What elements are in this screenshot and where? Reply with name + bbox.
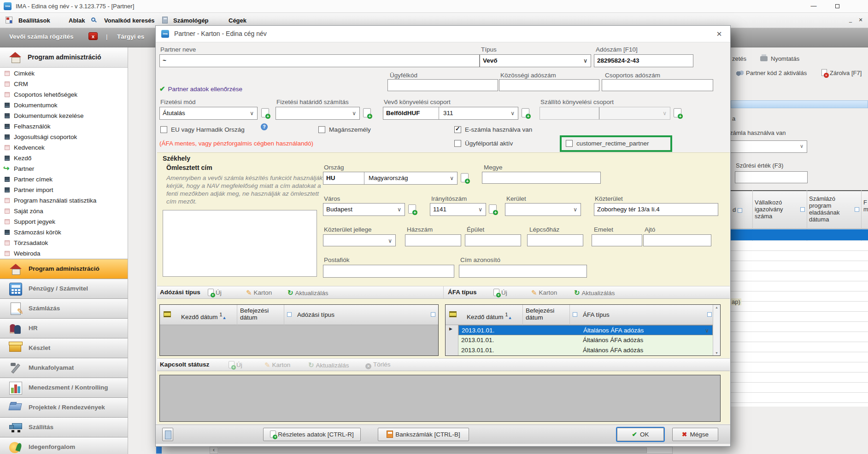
module-keszlet[interactable]: Készlet <box>0 338 128 358</box>
bulk-address-textarea[interactable] <box>163 210 317 277</box>
country-select[interactable]: HU Magyarország <box>323 172 457 185</box>
rectime-checkbox[interactable] <box>566 140 573 147</box>
mdi-minimize-icon[interactable]: _ <box>847 17 854 23</box>
sidebar-item-dok-kezelese[interactable]: Dokumentumok kezelése <box>0 111 128 121</box>
calculator-footer-button[interactable] <box>162 428 173 441</box>
menu-barcode-search[interactable]: Vonalkód keresés <box>102 16 157 25</box>
help-icon[interactable]: ? <box>261 123 268 130</box>
customer-ledger-select[interactable]: BelföldHUF 311 <box>383 107 518 120</box>
county-input[interactable] <box>482 172 601 184</box>
city-select[interactable]: Budapest <box>323 203 405 216</box>
floor-input[interactable] <box>592 234 642 246</box>
mdi-close-icon[interactable]: ✕ <box>857 17 864 23</box>
column-checkbox-icon[interactable] <box>287 312 292 317</box>
minimize-button[interactable]: — <box>810 3 817 9</box>
bg-col-truncated[interactable]: d <box>733 206 742 213</box>
verify-partner-link[interactable]: Partner adatok ellenőrzése <box>159 85 242 93</box>
tax-col-type[interactable]: Adózási típus <box>294 305 427 325</box>
district-select[interactable] <box>505 203 581 216</box>
bg-partner-code2-button[interactable]: Partner kód 2 aktiválás <box>746 70 807 76</box>
staircase-input[interactable] <box>527 234 583 246</box>
module-szamlazas[interactable]: Számlázás <box>0 298 128 318</box>
tab-targyi[interactable]: Tárgyi es <box>117 33 144 40</box>
menu-window[interactable]: Ablak <box>67 16 87 25</box>
vat-new-button[interactable]: Új <box>493 289 507 296</box>
add-zip-icon[interactable] <box>489 204 497 214</box>
sidebar-item-cimkek[interactable]: Cimkék <box>0 68 128 79</box>
group-tax-input[interactable] <box>602 79 713 91</box>
scroll-left-icon[interactable]: ‹ <box>210 447 218 454</box>
tax-new-button[interactable]: Új <box>208 289 222 296</box>
grid-options-icon[interactable] <box>449 311 457 317</box>
bg-locked-button[interactable]: Zárolva [F7] <box>830 70 862 76</box>
vat-row-2[interactable]: 2013.01.01. Általános ÁFA adózás <box>458 335 713 345</box>
linked-refresh-button[interactable]: ↻Aktualizálás <box>308 361 349 369</box>
sidebar-item-crm[interactable]: CRM <box>0 79 128 89</box>
sidebar-item-statisztika[interactable]: Program használati statisztika <box>0 195 128 206</box>
column-checkbox-icon[interactable] <box>855 207 859 212</box>
sidebar-item-csoportos[interactable]: Csoportos lehetőségek <box>0 89 128 100</box>
app-grid-icon[interactable] <box>6 17 12 23</box>
sidebar-item-felhasznalok[interactable]: Felhasználók <box>0 121 128 132</box>
menu-calculator[interactable]: Számológép <box>171 16 211 25</box>
cancel-button[interactable]: ✖Mégse <box>672 428 718 441</box>
add-payment-deadline-icon[interactable] <box>363 108 371 117</box>
type-select[interactable]: Vevő <box>480 54 591 67</box>
sidebar-item-webiroda[interactable]: Webiroda <box>0 248 128 259</box>
vat-col-type[interactable]: ÁFA típus <box>580 305 704 325</box>
tax-card-button[interactable]: ✎Karton <box>246 289 272 297</box>
column-checkbox-icon[interactable] <box>738 208 742 213</box>
menu-settings[interactable]: Beállítások <box>17 16 52 25</box>
sidebar-item-sajat-zona[interactable]: Saját zóna <box>0 206 128 216</box>
bg-col-truncated-right[interactable]: F m <box>863 199 868 213</box>
vat-col-end[interactable]: Befejezési dátum <box>523 305 570 325</box>
scrollbar-thumb[interactable] <box>218 448 647 453</box>
eu-country-checkbox[interactable] <box>160 126 167 133</box>
pobox-input[interactable] <box>323 265 454 278</box>
payment-method-select[interactable]: Átutalás <box>159 107 258 120</box>
door-input[interactable] <box>643 234 711 246</box>
sidebar-item-partner-import[interactable]: Partner import <box>0 185 128 195</box>
tax-col-start[interactable]: Kezdő dátum 1▲ <box>178 305 237 325</box>
vat-grid-scrollbar[interactable] <box>713 305 720 355</box>
module-munkafolyamat[interactable]: Munkafolyamat <box>0 358 128 378</box>
module-program-adminisztracio[interactable]: Program adminisztráció <box>0 259 128 279</box>
client-portal-checkbox[interactable] <box>454 140 461 147</box>
bg-print-button[interactable]: Nyomtatás <box>771 55 799 62</box>
module-menedzsment[interactable]: Menedzsment / Kontrolling <box>0 378 128 397</box>
details-button[interactable]: Részletes adatok [CTRL-R] <box>263 428 361 441</box>
sidebar-item-jogosultsagi[interactable]: Jogosultsági csoportok <box>0 132 128 142</box>
tax-refresh-button[interactable]: ↻Aktualizálás <box>287 289 328 297</box>
sidebar-item-szamozasi[interactable]: Számozási körök <box>0 227 128 238</box>
street-type-select[interactable] <box>323 234 396 246</box>
einvoice-checkbox[interactable] <box>454 126 461 133</box>
tab-customer-invoice[interactable]: Vevői számla rögzítés <box>9 33 74 40</box>
module-szallitas[interactable]: Szállítás <box>0 417 128 437</box>
addr-id-input[interactable] <box>459 265 587 278</box>
vat-refresh-button[interactable]: ↻Aktualizálás <box>574 289 615 297</box>
private-person-checkbox[interactable] <box>318 126 325 133</box>
sidebar-item-kedvencek[interactable]: Kedvencek <box>0 142 128 153</box>
menu-companies[interactable]: Cégek <box>227 16 248 25</box>
add-supplier-ledger-icon[interactable] <box>674 108 681 117</box>
sidebar-item-dokumentumok[interactable]: Dokumentumok <box>0 100 128 111</box>
supplier-ledger-select[interactable] <box>540 107 670 120</box>
vat-col-start[interactable]: Kezdő dátum 1▲ <box>464 305 523 325</box>
linked-delete-button[interactable]: ✕Törlés <box>365 361 391 369</box>
sidebar-item-partner[interactable]: Partner <box>0 163 128 174</box>
vat-row-1[interactable]: 2013.01.01. Általános ÁFA adózás <box>458 325 713 335</box>
tab-close-icon[interactable]: x <box>88 32 98 40</box>
client-code-input[interactable] <box>387 79 498 91</box>
module-penzugy[interactable]: Pénzügy / Számvitel <box>0 279 128 298</box>
payment-deadline-select[interactable] <box>276 107 360 120</box>
column-checkbox-icon[interactable] <box>800 207 805 212</box>
building-input[interactable] <box>465 234 521 246</box>
tax-col-end[interactable]: Befejezési dátum <box>237 305 284 325</box>
vat-card-button[interactable]: ✎Karton <box>531 289 557 297</box>
house-no-input[interactable] <box>405 234 461 246</box>
partner-name-input[interactable]: ~ <box>159 54 480 67</box>
bg-filter-input[interactable] <box>735 171 808 183</box>
module-idegenforgalom[interactable]: Idegenforgalom <box>0 437 128 454</box>
bg-table-rows[interactable] <box>731 241 868 407</box>
bank-accounts-button[interactable]: Bankszámlák [CTRL-B] <box>378 428 469 441</box>
